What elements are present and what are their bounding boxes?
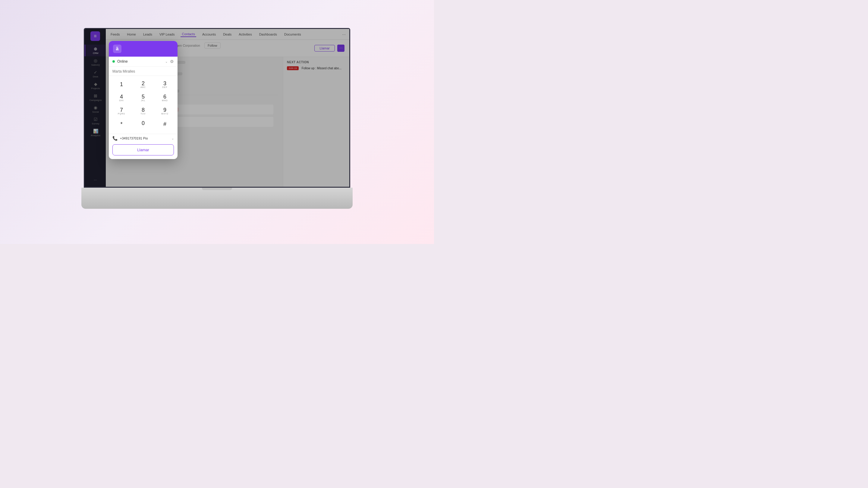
- dial-key-0[interactable]: 0 ·: [135, 118, 151, 130]
- phone-icon: 📞: [113, 136, 118, 141]
- dialpad-row-3: 7 PQRS 8 TUV 9 WXYZ: [114, 105, 173, 117]
- phone-number-display: +34917370191 Pio: [120, 136, 169, 140]
- status-dot: [113, 60, 115, 63]
- dialpad-row-2: 4 GHI 5 JKL 6 MNO: [114, 92, 173, 104]
- dial-key-8[interactable]: 8 TUV: [135, 105, 151, 117]
- dial-key-hash[interactable]: #: [157, 118, 173, 130]
- dial-key-3[interactable]: 3 DEF: [157, 78, 173, 90]
- dialer-overlay: ä Online ⌄ ⚙: [106, 29, 349, 187]
- dialer-name-input: [109, 67, 178, 76]
- dialer-name-field[interactable]: [113, 69, 174, 73]
- dialpad-row-1: 1 2 ABC 3 DEF: [114, 78, 173, 90]
- dial-key-7[interactable]: 7 PQRS: [114, 105, 129, 117]
- dialer-status-bar: Online ⌄ ⚙: [109, 57, 178, 67]
- dial-key-6[interactable]: 6 MNO: [157, 92, 173, 104]
- dial-key-1[interactable]: 1: [114, 78, 129, 90]
- laptop-base: [82, 188, 352, 209]
- dialer-modal: ä Online ⌄ ⚙: [109, 41, 178, 159]
- dialer-phone-bar: 📞 +34917370191 Pio ⌄: [109, 134, 178, 142]
- main-content: Feeds Home Leads VIP Leads Contacts Acco…: [106, 29, 349, 187]
- phone-chevron-icon[interactable]: ⌄: [172, 137, 174, 140]
- settings-icon[interactable]: ⚙: [170, 59, 174, 64]
- dialpad: 1 2 ABC 3 DEF: [109, 76, 178, 134]
- dial-key-5[interactable]: 5 JKL: [135, 92, 151, 104]
- dial-key-4[interactable]: 4 GHI: [114, 92, 129, 104]
- dial-key-2[interactable]: 2 ABC: [135, 78, 151, 90]
- status-label: Online: [117, 59, 163, 64]
- dial-key-9[interactable]: 9 WXYZ: [157, 105, 173, 117]
- dialer-call-button[interactable]: Llamar: [113, 144, 174, 156]
- status-chevron-icon[interactable]: ⌄: [165, 60, 167, 63]
- dial-key-star[interactable]: *: [114, 118, 129, 130]
- laptop-notch: [202, 188, 232, 190]
- dialpad-row-4: * 0 · #: [114, 118, 173, 130]
- dialer-logo: ä: [113, 44, 121, 53]
- dialer-header: ä: [109, 41, 178, 57]
